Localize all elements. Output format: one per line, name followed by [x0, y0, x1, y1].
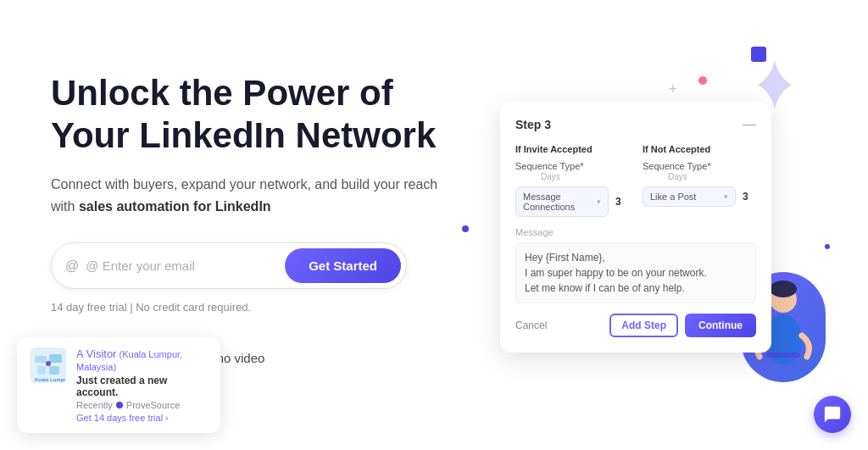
email-input[interactable] [86, 258, 285, 273]
cta-arrow: › [165, 413, 169, 423]
cta-button[interactable]: Get Started [285, 248, 401, 283]
svg-rect-7 [37, 366, 46, 375]
seq-type-label-text-2: Sequence Type* [643, 161, 711, 171]
svg-rect-6 [49, 354, 62, 363]
left-content: Unlock the Power of Your LinkedIn Networ… [51, 72, 475, 379]
if-not-accepted-days: 3 [743, 191, 756, 203]
subtitle-bold: sales automation for LinkedIn [79, 199, 271, 214]
card-footer: Cancel Add Step Continue [515, 314, 756, 337]
hero-subtitle: Connect with buyers, expand your network… [51, 174, 441, 217]
plus-sign-decor: + [668, 81, 677, 98]
hero-title: Unlock the Power of Your LinkedIn Networ… [51, 72, 441, 158]
seq-type-label-text-1: Sequence Type* [515, 161, 584, 171]
days-label-2: Days [668, 172, 687, 181]
message-label: Message [515, 227, 756, 237]
small-dot-left-decor [462, 225, 469, 232]
add-step-button[interactable]: Add Step [609, 314, 678, 337]
social-proof-notification: Kuala Lumpur A Visitor (Kuala Lumpur, Ma… [17, 337, 220, 433]
message-line3: Let me know if I can be of any help. [525, 281, 747, 296]
svg-rect-8 [49, 366, 59, 375]
svg-point-2 [770, 281, 797, 297]
social-proof-name: A Visitor (Kuala Lumpur, Malaysia) [76, 347, 207, 373]
if-accepted-column: If Invite Accepted Sequence Type* Days M… [515, 144, 629, 217]
if-not-accepted-dropdown[interactable]: Like a Post ▾ [643, 186, 736, 207]
footer-right: Add Step Continue [609, 314, 756, 337]
social-proof-action: Just created a new account. [76, 375, 207, 398]
provesource-label: ProveSource [126, 400, 181, 410]
title-line2: Your LinkedIn Network [51, 115, 436, 155]
social-proof-cta[interactable]: Get 14 days free trial › [76, 413, 207, 423]
if-accepted-seq-value: Message Connections [523, 192, 597, 212]
svg-rect-5 [35, 356, 47, 363]
social-proof-meta: Recently ProveSource [76, 400, 207, 410]
svg-text:Kuala Lumpur: Kuala Lumpur [35, 377, 66, 382]
message-section: Message Hey {First Name}, I am super hap… [515, 227, 756, 303]
card-minimize[interactable]: — [743, 117, 756, 132]
recently-label: Recently [76, 400, 113, 410]
svg-rect-3 [766, 353, 800, 358]
if-accepted-seq-row: Message Connections ▾ 3 [515, 186, 629, 217]
if-not-accepted-header: If Not Accepted [643, 144, 756, 154]
dropdown-arrow-2: ▾ [724, 192, 728, 201]
card-header: Step 3 — [515, 117, 756, 132]
right-content: + [475, 34, 817, 416]
continue-button[interactable]: Continue [685, 314, 756, 337]
step-label: Step 3 [515, 118, 551, 131]
pink-dot-decor [698, 76, 707, 85]
if-not-accepted-column: If Not Accepted Sequence Type* Days Like… [643, 144, 756, 217]
dropdown-arrow-1: ▾ [597, 197, 601, 206]
hero-section: Unlock the Power of Your LinkedIn Networ… [0, 0, 868, 450]
trial-text: 14 day free trial | No credit card requi… [51, 301, 441, 314]
days-label-1: Days [541, 172, 560, 181]
visitor-name: A Visitor [76, 347, 116, 360]
email-form: @ Get Started [51, 242, 407, 289]
social-proof-map: Kuala Lumpur [31, 347, 66, 383]
message-box: Hey {First Name}, I am super happy to be… [515, 242, 756, 303]
automation-card: Step 3 — If Invite Accepted Sequence Typ… [500, 102, 771, 353]
card-columns: If Invite Accepted Sequence Type* Days M… [515, 144, 756, 217]
chat-bubble[interactable] [814, 396, 851, 433]
message-line2: I am super happy to be on your network. [525, 265, 747, 281]
cta-text: Get 14 days free trial [76, 413, 163, 423]
seq-type-label-2: Sequence Type* Days [643, 161, 756, 181]
if-accepted-dropdown[interactable]: Message Connections ▾ [515, 186, 609, 217]
if-accepted-days: 3 [615, 196, 629, 208]
seq-type-label-1: Sequence Type* Days [515, 161, 629, 181]
if-accepted-header: If Invite Accepted [515, 144, 629, 154]
title-line1: Unlock the Power of [51, 73, 393, 113]
if-not-accepted-seq-value: Like a Post [650, 192, 696, 202]
small-dot-right-decor [825, 244, 830, 249]
cancel-button[interactable]: Cancel [515, 319, 547, 331]
message-line1: Hey {First Name}, [525, 250, 747, 265]
social-proof-content: A Visitor (Kuala Lumpur, Malaysia) Just … [76, 347, 207, 423]
provesource-dot [116, 402, 123, 408]
if-not-accepted-seq-row: Like a Post ▾ 3 [643, 186, 756, 207]
svg-point-9 [46, 361, 51, 366]
email-icon: @ [65, 258, 79, 274]
